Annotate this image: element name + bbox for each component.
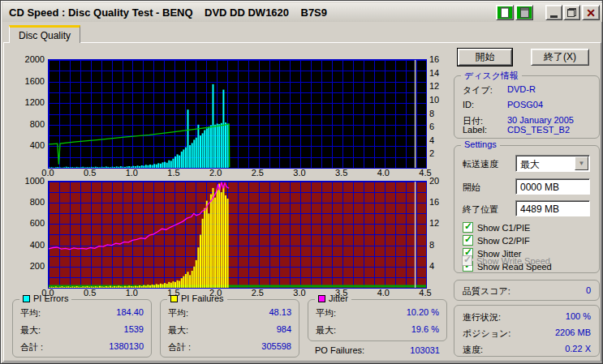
axis-tick-label: 6	[429, 122, 434, 131]
app-window: CD Speed : Disc Quality Test - BENQ DVD …	[0, 0, 603, 364]
report-icon	[501, 7, 509, 18]
axis-tick-label: 8	[429, 109, 434, 118]
po-failures-row: PO Failures:103031	[315, 345, 440, 357]
end-pos-label: 終了位置	[463, 203, 498, 216]
stat-row: 最大:19.6 %	[316, 324, 439, 336]
axis-tick-label: 1.0	[119, 168, 144, 178]
minimize-icon	[550, 15, 558, 18]
axis-tick-label: 3.5	[329, 288, 354, 298]
checkbox-show-write-speed: ✓ Show Write Speed	[462, 255, 550, 267]
checkbox-icon: ✓	[463, 222, 473, 233]
disc-info-row: タイプ:DVD-R	[463, 84, 591, 96]
axis-tick-label: 1600	[14, 76, 45, 86]
axis-tick-label: 1.5	[162, 288, 186, 298]
settings-title: Settings	[461, 139, 500, 149]
axis-tick-label: 1.5	[162, 168, 186, 178]
axis-tick-label: 8	[429, 240, 434, 250]
axis-tick-label: 12	[429, 81, 439, 91]
end-pos-field[interactable]	[515, 200, 590, 216]
checkbox-icon: ✓	[463, 235, 473, 246]
disc-info-row-label: Label:CDS_TEST_B2	[463, 125, 591, 136]
drive-button[interactable]	[515, 5, 533, 20]
progress-box: 進行状況:100 % ポジション:2206 MB 速度:0.22 X	[454, 305, 600, 357]
disc-info-group: ディスク情報 タイプ:DVD-R ID:POSG04 日付:30 January…	[454, 75, 600, 139]
axis-tick-label: 0.5	[78, 288, 102, 298]
stat-row: 合計 :1380130	[20, 341, 144, 353]
chevron-down-icon[interactable]: ▼	[575, 156, 588, 170]
axis-tick-label: 4.5	[413, 288, 437, 298]
window-title: CD Speed : Disc Quality Test - BENQ DVD …	[2, 6, 327, 19]
tab-disc-quality[interactable]: Disc Quality	[9, 25, 80, 43]
pi-failures-jitter-chart	[48, 181, 427, 289]
report-button[interactable]	[496, 5, 514, 20]
axis-tick-label: 3.0	[287, 288, 312, 298]
axis-tick-label: 1.0	[119, 288, 144, 298]
stat-row: 最大:984	[168, 324, 291, 336]
stat-row: 平均:184.40	[20, 307, 144, 319]
quality-score-row: 品質スコア:0	[463, 285, 591, 297]
axis-tick-label: 2.5	[245, 168, 269, 178]
axis-tick-label: 2.0	[204, 288, 228, 298]
jitter-swatch-icon	[318, 295, 325, 302]
close-button[interactable]: ✕	[582, 5, 600, 20]
speed-label: 転送速度	[463, 158, 498, 170]
start-button[interactable]: 開始	[458, 49, 512, 66]
axis-tick-label: 400	[14, 240, 45, 250]
axis-tick-label: 1000	[14, 176, 45, 186]
axis-tick-label: 2	[429, 148, 434, 158]
disc-info-row: ID:POSG04	[463, 100, 591, 111]
axis-tick-label: 0.0	[36, 288, 60, 298]
progress-row: 進行状況:100 %	[463, 311, 591, 323]
pi-errors-chart	[48, 59, 427, 169]
checkbox-show-c2-pif[interactable]: ✓ Show C2/PIF	[463, 234, 530, 246]
checkbox-show-c1-pie[interactable]: ✓ Show C1/PIE	[463, 221, 530, 233]
stat-row: 平均:10.20 %	[316, 307, 439, 319]
maximize-button[interactable]	[563, 5, 580, 20]
axis-tick-label: 12	[429, 218, 439, 228]
axis-tick-label: 4.0	[371, 168, 395, 178]
pi-failures-stats-box: PI Failures 平均:48.13 最大:984 合計 :305598	[160, 299, 299, 358]
disc-info-title: ディスク情報	[461, 70, 522, 82]
axis-tick-label: 4	[429, 135, 434, 145]
axis-tick-label: 2000	[14, 54, 45, 64]
axis-tick-label: 4	[429, 261, 434, 271]
axis-tick-label: 16	[429, 197, 439, 207]
close-icon: ✕	[586, 7, 596, 19]
drive-icon	[520, 7, 529, 18]
tab-label: Disc Quality	[19, 30, 71, 41]
axis-tick-label: 3.5	[329, 168, 354, 178]
start-pos-field[interactable]	[515, 178, 590, 195]
speed-select[interactable]: 最大 ▼	[515, 155, 590, 172]
minimize-button[interactable]	[545, 5, 562, 20]
start-pos-label: 開始	[463, 182, 480, 194]
stat-row: 平均:48.13	[168, 307, 291, 319]
exit-button[interactable]: 終了(X)	[531, 49, 589, 66]
pi-errors-stats-box: PI Errors 平均:184.40 最大:1539 合計 :1380130	[12, 299, 152, 358]
axis-tick-label: 400	[14, 140, 45, 150]
stat-row: 合計 :305598	[168, 341, 291, 353]
axis-tick-label: 4.0	[371, 288, 395, 298]
axis-tick-label: 800	[14, 197, 45, 207]
checkbox-icon: ✓	[462, 255, 472, 266]
axis-tick-label: 2.0	[204, 168, 228, 178]
quality-score-box: 品質スコア:0	[454, 280, 600, 301]
stat-row: 最大:1539	[20, 324, 144, 336]
axis-tick-label: 10	[429, 95, 439, 105]
axis-tick-label: 14	[429, 68, 439, 78]
axis-tick-label: 0.5	[78, 168, 102, 178]
axis-tick-label: 3.0	[287, 168, 312, 178]
axis-tick-label: 800	[14, 119, 45, 129]
axis-tick-label: 1200	[14, 97, 45, 107]
jitter-stats-box: Jitter 平均:10.20 % 最大:19.6 %	[308, 299, 447, 341]
axis-tick-label: 16	[429, 54, 439, 64]
pi-errors-swatch-icon	[23, 295, 30, 302]
restore-icon	[567, 8, 576, 17]
axis-tick-label: 20	[429, 176, 439, 186]
pi-errors-chart-canvas	[49, 60, 426, 168]
progress-row: 速度:0.22 X	[463, 344, 591, 355]
axis-tick-label: 2.5	[245, 288, 269, 298]
progress-row: ポジション:2206 MB	[463, 328, 591, 339]
pi-failures-jitter-chart-canvas	[49, 182, 426, 288]
axis-tick-label: 600	[14, 218, 45, 228]
axis-tick-label: 200	[14, 261, 45, 271]
